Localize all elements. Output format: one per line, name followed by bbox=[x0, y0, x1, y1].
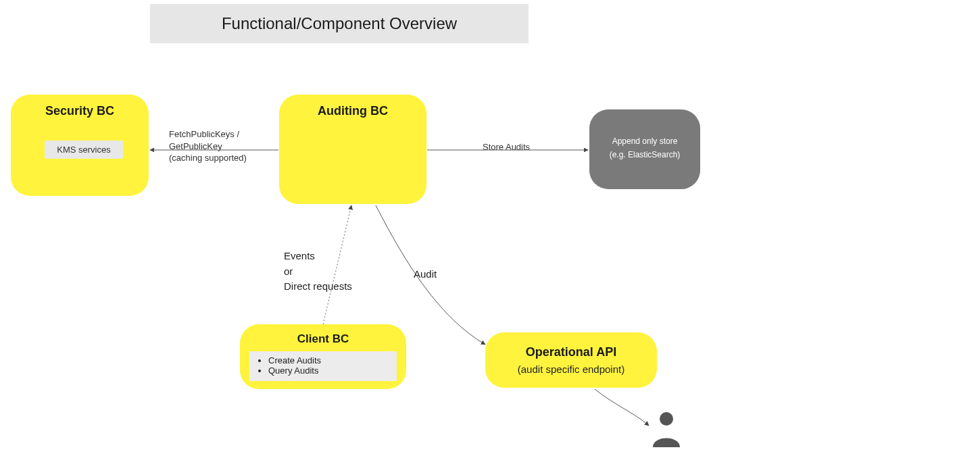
edge-label-events: Events or Direct requests bbox=[284, 249, 352, 295]
edge-events-l3: Direct requests bbox=[284, 279, 352, 295]
node-security-bc: Security BC KMS services bbox=[11, 95, 149, 196]
edge-fetch-l2: GetPublicKey bbox=[169, 141, 277, 153]
node-client-listbox: Create Audits Query Audits bbox=[249, 351, 397, 381]
client-item-create: Create Audits bbox=[268, 355, 393, 365]
store-line2: (e.g. ElasticSearch) bbox=[610, 150, 681, 159]
node-security-title: Security BC bbox=[23, 104, 137, 118]
opapi-title: Operational API bbox=[526, 345, 616, 359]
diagram-title-text: Functional/Component Overview bbox=[222, 14, 457, 33]
edge-label-audit: Audit bbox=[414, 268, 437, 281]
edge-fetch-l1: FetchPublicKeys / bbox=[169, 128, 277, 141]
opapi-subtitle: (audit specific endpoint) bbox=[518, 363, 624, 375]
edge-events-l1: Events bbox=[284, 249, 352, 264]
node-client-bc: Client BC Create Audits Query Audits bbox=[240, 324, 406, 389]
connectors-overlay bbox=[0, 0, 980, 456]
diagram-canvas: Functional/Component Overview Security B… bbox=[0, 0, 980, 456]
node-operational-api: Operational API (audit specific endpoint… bbox=[485, 332, 657, 388]
node-auditing-title: Auditing BC bbox=[291, 104, 414, 118]
edge-label-fetch: FetchPublicKeys / GetPublicKey (caching … bbox=[169, 128, 277, 164]
diagram-title: Functional/Component Overview bbox=[150, 4, 529, 43]
node-client-title: Client BC bbox=[249, 332, 397, 346]
edge-fetch-l3: (caching supported) bbox=[169, 152, 277, 164]
client-item-query: Query Audits bbox=[268, 365, 393, 376]
user-icon bbox=[650, 409, 683, 447]
edge-events-l2: or bbox=[284, 264, 352, 280]
node-security-service: KMS services bbox=[45, 141, 123, 159]
edge-label-store-audits: Store Audits bbox=[483, 141, 530, 153]
node-append-only-store: Append only store (e.g. ElasticSearch) bbox=[589, 109, 700, 189]
node-auditing-bc: Auditing BC bbox=[279, 95, 426, 204]
store-line1: Append only store bbox=[612, 136, 678, 146]
edge-opapi-to-user bbox=[595, 389, 649, 426]
svg-point-0 bbox=[660, 412, 673, 426]
